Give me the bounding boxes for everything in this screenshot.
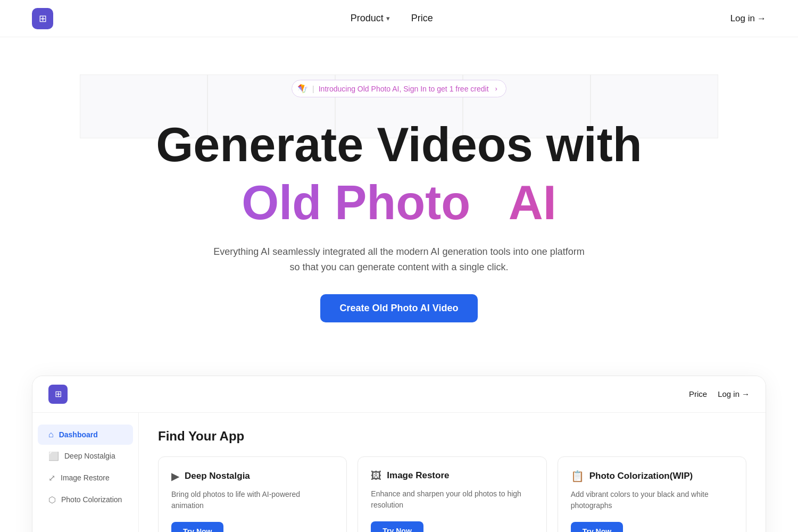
preview-nav-right: Price Log in → xyxy=(689,389,750,398)
preview-login-label: Log in xyxy=(718,389,739,398)
app-card-header-image-restore: 🖼 Image Restore xyxy=(371,470,533,482)
hero-cta-button[interactable]: Create Old Photo AI Video xyxy=(320,294,477,322)
preview-main: Find Your App ▶ Deep Nostalgia Bring old… xyxy=(139,413,766,532)
photo-colorization-card-icon: 📋 xyxy=(571,470,584,483)
app-preview: ⊞ Price Log in → ⌂ Dashboard ⬜ Deep Nost… xyxy=(32,376,766,532)
photo-colorization-card-desc: Add vibrant colors to your black and whi… xyxy=(571,489,733,511)
logo-icon: ⊞ xyxy=(32,8,53,29)
dashboard-icon: ⌂ xyxy=(48,430,54,439)
preview-body: ⌂ Dashboard ⬜ Deep Nostalgia ⤢ Image Res… xyxy=(32,413,766,532)
sidebar-label-dashboard: Dashboard xyxy=(59,430,98,439)
product-chevron-icon: ▾ xyxy=(386,14,390,22)
image-restore-card-title: Image Restore xyxy=(387,470,449,481)
hero-badge[interactable]: 🪁 | Introducing Old Photo AI, Sign In to… xyxy=(292,80,506,97)
nav-center: Product ▾ Price xyxy=(351,13,433,24)
app-card-photo-colorization: 📋 Photo Colorization(WIP) Add vibrant co… xyxy=(558,456,746,532)
app-card-header-photo-colorization: 📋 Photo Colorization(WIP) xyxy=(571,470,733,483)
nav-price-link[interactable]: Price xyxy=(411,13,433,24)
hero-title-ai: AI xyxy=(509,176,556,229)
preview-login-arrow-icon: → xyxy=(742,389,750,398)
deep-nostalgia-card-title: Deep Nostalgia xyxy=(185,471,250,481)
photo-colorization-icon: ⬡ xyxy=(48,495,56,505)
sidebar-label-image-restore: Image Restore xyxy=(61,473,110,482)
hero-section: 🪁 | Introducing Old Photo AI, Sign In to… xyxy=(0,37,798,354)
photo-colorization-try-now-button[interactable]: Try Now xyxy=(571,522,623,532)
image-restore-icon: ⤢ xyxy=(48,473,55,483)
deep-nostalgia-icon: ⬜ xyxy=(48,451,59,461)
preview-logo-icon: ⊞ xyxy=(48,385,68,404)
sidebar-item-dashboard[interactable]: ⌂ Dashboard xyxy=(38,425,133,445)
hero-subtitle: Everything AI seamlessly integrated all … xyxy=(213,244,585,275)
product-label: Product xyxy=(351,13,384,24)
preview-price-link[interactable]: Price xyxy=(689,389,707,398)
preview-sidebar: ⌂ Dashboard ⬜ Deep Nostalgia ⤢ Image Res… xyxy=(32,413,139,532)
badge-divider: | xyxy=(312,85,314,93)
sidebar-item-image-restore[interactable]: ⤢ Image Restore xyxy=(38,468,133,488)
hero-title-old-photo: Old Photo xyxy=(242,176,470,229)
app-cards: ▶ Deep Nostalgia Bring old photos to lif… xyxy=(158,456,746,532)
sidebar-label-deep-nostalgia: Deep Nostalgia xyxy=(64,452,115,460)
preview-header: ⊞ Price Log in → xyxy=(32,376,766,413)
hero-title-line2: Old Photo AI xyxy=(32,177,766,229)
navbar: ⊞ Product ▾ Price Log in → xyxy=(0,0,798,37)
photo-colorization-card-title: Photo Colorization(WIP) xyxy=(589,471,693,481)
preview-login-link[interactable]: Log in → xyxy=(718,389,750,398)
deep-nostalgia-try-now-button[interactable]: Try Now xyxy=(171,522,223,532)
login-label: Log in xyxy=(730,13,755,24)
find-app-title: Find Your App xyxy=(158,429,746,444)
login-arrow-icon: → xyxy=(757,13,766,24)
nav-login-link[interactable]: Log in → xyxy=(730,13,766,24)
deep-nostalgia-card-icon: ▶ xyxy=(171,470,179,483)
app-card-header-deep-nostalgia: ▶ Deep Nostalgia xyxy=(171,470,334,483)
hero-title-line1: Generate Videos with xyxy=(32,119,766,171)
nav-product-link[interactable]: Product ▾ xyxy=(351,13,390,24)
image-restore-card-icon: 🖼 xyxy=(371,470,381,482)
badge-arrow-icon: › xyxy=(495,85,497,93)
nav-logo: ⊞ xyxy=(32,8,53,29)
deep-nostalgia-card-desc: Bring old photos to life with AI-powered… xyxy=(171,489,334,511)
sidebar-item-photo-colorization[interactable]: ⬡ Photo Colorization xyxy=(38,489,133,510)
image-restore-try-now-button[interactable]: Try Now xyxy=(371,521,423,532)
sidebar-label-photo-colorization: Photo Colorization xyxy=(61,495,122,504)
badge-icon: 🪁 xyxy=(297,84,308,94)
badge-text: Introducing Old Photo AI, Sign In to get… xyxy=(319,85,489,93)
app-card-image-restore: 🖼 Image Restore Enhance and sharpen your… xyxy=(358,456,546,532)
sidebar-item-deep-nostalgia[interactable]: ⬜ Deep Nostalgia xyxy=(38,446,133,467)
app-card-deep-nostalgia: ▶ Deep Nostalgia Bring old photos to lif… xyxy=(158,456,347,532)
image-restore-card-desc: Enhance and sharpen your old photos to h… xyxy=(371,488,533,511)
